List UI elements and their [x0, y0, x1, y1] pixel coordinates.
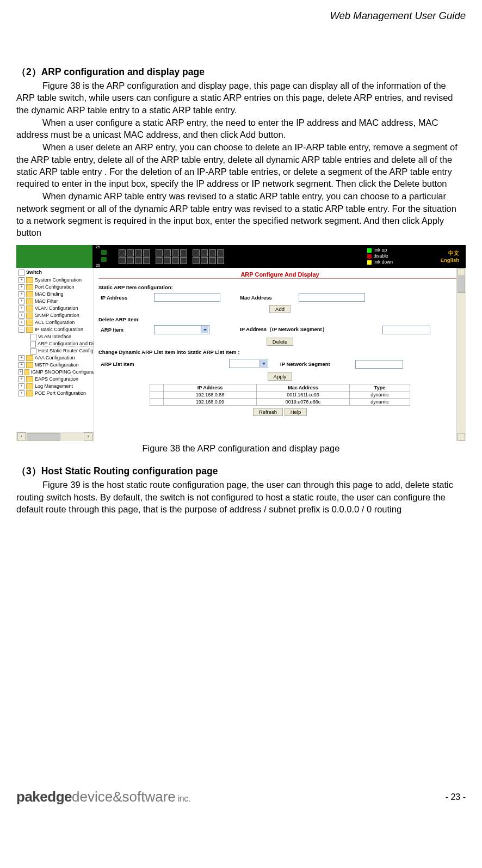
doc-icon	[30, 341, 36, 347]
refresh-button[interactable]: Refresh	[253, 408, 283, 416]
page-header: Web Management User Guide	[16, 10, 466, 22]
tree-host-static-router[interactable]: Host Static Router Config	[30, 347, 94, 354]
tree-vlan-config[interactable]: +VLAN Configuration	[18, 305, 94, 312]
tree-acl-config[interactable]: +ACL Configuration	[18, 319, 94, 326]
port-panel: 25 26	[92, 245, 466, 268]
apply-button[interactable]: Apply	[268, 372, 293, 381]
switch-icon	[18, 270, 24, 276]
folder-icon	[26, 305, 33, 311]
folder-icon	[26, 376, 33, 382]
doc-icon	[30, 334, 36, 340]
doc-icon	[30, 348, 36, 354]
main-panel: ARP Configure And Display Static ARP Ite…	[94, 268, 466, 441]
tree-mac-filter[interactable]: +MAC Filter	[18, 298, 94, 305]
folder-icon	[26, 390, 33, 396]
screenshot-arp-config: 25 26	[16, 245, 466, 441]
section-2-para-3: When a user delete an ARP entry, you can…	[16, 141, 466, 190]
tree-scrollbar[interactable]: ‹ ›	[16, 432, 94, 441]
ip-network-segment-label: IP Network Segment	[270, 358, 353, 370]
mac-address-label: Mac Address	[238, 292, 296, 303]
ip-network-segment-input[interactable]	[355, 360, 403, 369]
arp-item-label: ARP Item	[98, 324, 152, 335]
screenshot-top-bar: 25 26	[16, 245, 466, 268]
arp-list-item-label: ARP List Item	[98, 358, 152, 370]
col-mac-address: Mac Address	[257, 384, 350, 392]
port-legend: link up disable link down	[367, 247, 393, 265]
folder-icon	[24, 369, 29, 375]
table-row: 192.168.0.88 001f.161f.ce93 dynamic	[150, 392, 410, 399]
nav-tree[interactable]: Switch +System Configuration +Port Confi…	[16, 268, 94, 441]
folder-icon	[26, 284, 33, 290]
delete-arp-section-label: Delete ARP Item:	[98, 316, 461, 322]
help-button[interactable]: Help	[285, 408, 307, 416]
section-2-para-2: When a user configure a static ARP entry…	[16, 117, 466, 141]
add-button[interactable]: Add	[269, 305, 291, 313]
ip-segment-label: IP Address（IP Network Segment）	[238, 324, 380, 335]
section-3-para-1: Figure 39 is the host static route confi…	[16, 479, 466, 515]
tree-mac-binding[interactable]: +MAC Binding	[18, 291, 94, 298]
panel-title: ARP Configure And Display	[98, 271, 461, 278]
arp-table: IP Address Mac Address Type 192.168.0.88…	[150, 384, 410, 406]
col-ip-address: IP Address	[164, 384, 257, 392]
scroll-down-icon[interactable]	[458, 433, 465, 441]
scroll-left-icon[interactable]: ‹	[17, 432, 26, 441]
language-switcher[interactable]: 中文 English	[441, 249, 459, 264]
folder-icon	[26, 320, 33, 326]
sfp-port-26	[101, 257, 107, 262]
section-2-title: （2）ARP configuration and display page	[16, 65, 466, 78]
folder-icon	[26, 291, 33, 297]
section-2-para-4: When dynamic ARP table entry was revised…	[16, 190, 466, 239]
section-2-para-1: Figure 38 is the ARP configuration and d…	[16, 80, 466, 116]
table-row: 192.168.0.99 0019.e076.e66c dynamic	[150, 399, 410, 406]
change-dynamic-form: ARP List Item IP Network Segment	[98, 358, 461, 370]
folder-icon	[26, 362, 33, 368]
static-arp-form: IP Address Mac Address	[98, 292, 461, 303]
tree-mstp-config[interactable]: +MSTP Configuration	[18, 362, 94, 369]
figure-38: 25 26	[16, 245, 466, 454]
scroll-thumb[interactable]	[27, 433, 60, 441]
tree-eaps-config[interactable]: +EAPS Configuration	[18, 376, 94, 383]
ip-address-input[interactable]	[154, 293, 220, 302]
scroll-right-icon[interactable]: ›	[84, 432, 92, 441]
ip-address-label: IP Address	[98, 292, 152, 303]
tree-root[interactable]: Switch	[26, 269, 42, 276]
folder-icon	[26, 313, 33, 319]
ports-row-bottom	[119, 257, 224, 264]
folder-icon	[26, 327, 33, 333]
tree-snmp-config[interactable]: +SNMP Configuration	[18, 312, 94, 319]
tree-arp-config[interactable]: ARP Configuration and Di	[30, 340, 94, 347]
mac-address-input[interactable]	[299, 293, 365, 302]
tree-vlan-interface[interactable]: VLAN Interface	[30, 333, 94, 340]
arp-item-select[interactable]	[154, 325, 209, 334]
change-dynamic-section-label: Change Dynamic ARP List Item into Static…	[98, 349, 461, 356]
brand-logo: pakedgedevice&software inc.	[16, 788, 190, 805]
figure-38-caption: Figure 38 the ARP configuration and disp…	[16, 443, 466, 454]
device-logo-area	[16, 245, 92, 268]
tree-system-config[interactable]: +System Configuration	[18, 277, 94, 284]
folder-icon	[26, 355, 33, 361]
delete-arp-form: ARP Item IP Address（IP Network Segment）	[98, 324, 461, 335]
col-type: Type	[350, 384, 410, 392]
page-footer: pakedgedevice&software inc. - 23 -	[16, 788, 466, 805]
lang-zh-link[interactable]: 中文	[441, 249, 459, 256]
folder-icon	[26, 277, 33, 283]
tree-ip-basic-config[interactable]: −IP Basic Configuration	[18, 326, 94, 333]
delete-button[interactable]: Delete	[267, 338, 293, 346]
tree-poe-config[interactable]: +POE Port Configuration	[18, 390, 94, 397]
tree-port-config[interactable]: +Port Configuration	[18, 284, 94, 291]
tree-igmp-config[interactable]: +IGMP SNOOPING Configura	[18, 369, 94, 376]
lang-en-link[interactable]: English	[441, 256, 459, 264]
ip-segment-input[interactable]	[382, 326, 430, 334]
main-scrollbar[interactable]	[456, 268, 466, 441]
folder-icon	[26, 298, 33, 304]
arp-list-item-select[interactable]	[229, 359, 268, 368]
static-arp-section-label: Static ARP Item configuration:	[98, 284, 461, 290]
folder-icon	[26, 383, 33, 389]
tree-aaa-config[interactable]: +AAA Configuration	[18, 354, 94, 362]
ports-row-top	[119, 249, 224, 256]
scroll-up-icon[interactable]	[458, 268, 465, 276]
page-number: - 23 -	[446, 792, 466, 802]
scroll-thumb[interactable]	[458, 276, 465, 293]
tree-log-mgmt[interactable]: +Log Management	[18, 383, 94, 390]
section-3-title: （3）Host Static Routing configuration pag…	[16, 464, 466, 478]
